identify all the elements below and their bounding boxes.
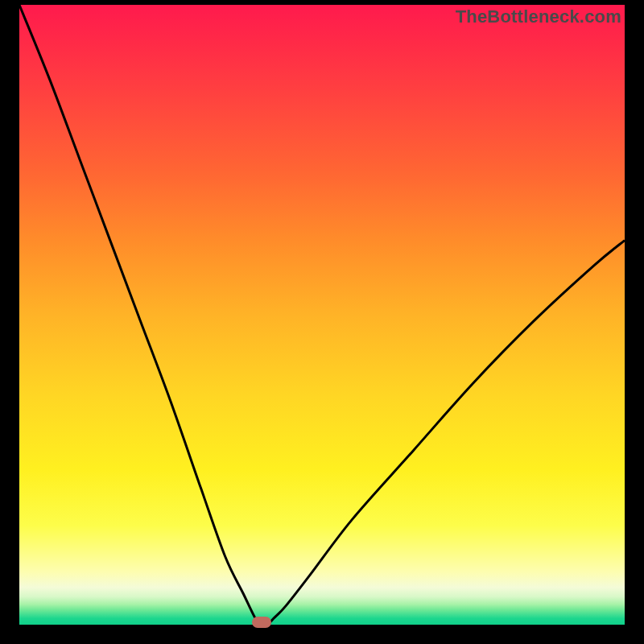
bottleneck-curve [19,5,625,625]
watermark-text: TheBottleneck.com [456,6,621,27]
minimum-marker [252,617,271,628]
